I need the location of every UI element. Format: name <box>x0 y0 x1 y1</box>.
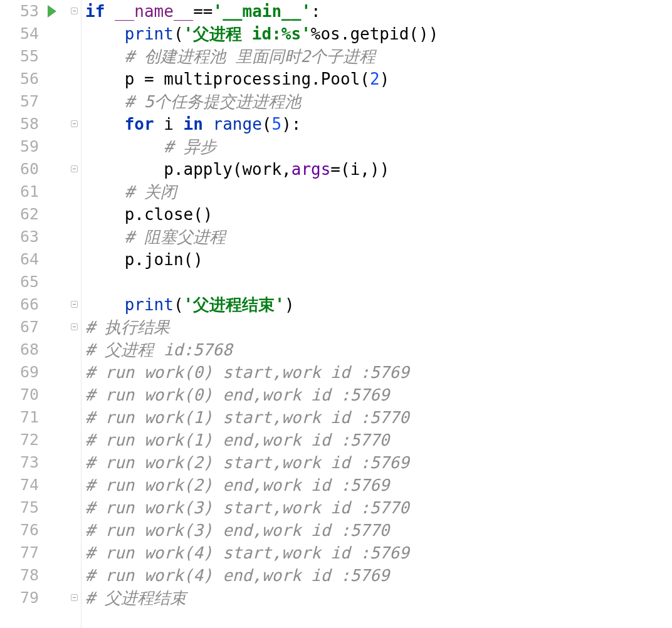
run-marker-slot <box>44 90 69 113</box>
line-number[interactable]: 62 <box>0 203 39 226</box>
code-line[interactable]: p.join() <box>85 248 672 271</box>
code-line[interactable]: # run work(1) start,work id :5770 <box>85 406 672 429</box>
indent <box>85 47 125 66</box>
line-number[interactable]: 75 <box>0 496 39 519</box>
line-number[interactable]: 67 <box>0 316 39 338</box>
line-number[interactable]: 56 <box>0 68 39 90</box>
code-line[interactable]: # 关闭 <box>85 181 672 203</box>
fold-slot <box>69 316 81 338</box>
run-marker-slot <box>44 248 69 271</box>
code-token: # 创建进程池 里面同时2个子进程 <box>125 47 376 66</box>
line-number[interactable]: 68 <box>0 338 39 361</box>
code-line[interactable]: # 执行结果 <box>85 316 672 338</box>
code-line[interactable] <box>85 271 672 293</box>
code-token: ) <box>285 295 295 314</box>
line-number[interactable]: 72 <box>0 429 39 451</box>
line-number[interactable]: 79 <box>0 587 39 609</box>
code-line[interactable]: print('父进程 id:%s'%os.getpid()) <box>85 23 672 45</box>
code-token: # 父进程 id:5768 <box>85 340 233 359</box>
run-marker-column[interactable] <box>44 0 69 628</box>
code-line[interactable]: p.close() <box>85 203 672 226</box>
line-number[interactable]: 65 <box>0 271 39 293</box>
code-token: ( <box>262 115 272 133</box>
code-line[interactable]: # run work(0) end,work id :5769 <box>85 384 672 406</box>
line-number[interactable]: 71 <box>0 406 39 429</box>
fold-column[interactable] <box>69 0 81 628</box>
code-line[interactable]: p = multiprocessing.Pool(2) <box>85 68 672 90</box>
code-token: # run work(3) end,work id :5770 <box>85 521 389 540</box>
run-marker-slot <box>44 203 69 226</box>
run-marker-slot <box>44 316 69 338</box>
code-token: =(i,)) <box>330 160 389 179</box>
fold-slot <box>69 0 81 23</box>
fold-toggle-icon[interactable] <box>71 323 78 330</box>
code-editor[interactable]: 5354555657585960616263646566676869707172… <box>0 0 672 628</box>
code-token: # 关闭 <box>125 182 177 201</box>
code-line[interactable]: # 父进程结束 <box>85 587 672 609</box>
code-token <box>105 2 115 21</box>
fold-end-icon[interactable] <box>71 165 78 172</box>
line-number[interactable]: 76 <box>0 519 39 542</box>
fold-slot <box>69 271 81 293</box>
line-number[interactable]: 69 <box>0 361 39 384</box>
code-line[interactable]: for i in range(5): <box>85 113 672 135</box>
run-marker-slot <box>44 45 69 68</box>
code-line[interactable]: print('父进程结束') <box>85 293 672 316</box>
code-line[interactable]: # 父进程 id:5768 <box>85 338 672 361</box>
code-line[interactable]: # run work(3) start,work id :5770 <box>85 496 672 519</box>
fold-end-icon[interactable] <box>71 301 78 308</box>
line-number-gutter[interactable]: 5354555657585960616263646566676869707172… <box>0 0 44 628</box>
code-line[interactable]: # run work(1) end,work id :5770 <box>85 429 672 451</box>
code-line[interactable]: # run work(4) end,work id :5769 <box>85 564 672 587</box>
line-number[interactable]: 55 <box>0 45 39 68</box>
code-token: ) <box>380 70 390 88</box>
fold-slot <box>69 226 81 248</box>
line-number[interactable]: 54 <box>0 23 39 45</box>
line-number[interactable]: 70 <box>0 384 39 406</box>
line-number[interactable]: 73 <box>0 451 39 474</box>
code-token: p.close() <box>125 205 213 224</box>
code-line[interactable]: # 创建进程池 里面同时2个子进程 <box>85 45 672 68</box>
code-token: # run work(4) end,work id :5769 <box>85 566 389 585</box>
code-area[interactable]: if __name__=='__main__': print('父进程 id:%… <box>81 0 672 628</box>
line-number[interactable]: 60 <box>0 158 39 181</box>
code-token: print <box>125 24 174 43</box>
line-number[interactable]: 63 <box>0 226 39 248</box>
fold-toggle-icon[interactable] <box>71 120 78 127</box>
code-line[interactable]: # run work(0) start,work id :5769 <box>85 361 672 384</box>
fold-end-icon[interactable] <box>71 594 78 601</box>
code-token: p.apply(work, <box>164 160 291 179</box>
line-number[interactable]: 74 <box>0 474 39 496</box>
code-line[interactable]: # run work(3) end,work id :5770 <box>85 519 672 542</box>
code-token: args <box>291 160 331 179</box>
line-number[interactable]: 59 <box>0 135 39 158</box>
fold-toggle-icon[interactable] <box>71 8 78 14</box>
code-line[interactable]: # 5个任务提交进进程池 <box>85 90 672 113</box>
code-line[interactable]: # 阻塞父进程 <box>85 226 672 248</box>
line-number[interactable]: 58 <box>0 113 39 135</box>
line-number[interactable]: 64 <box>0 248 39 271</box>
run-marker-slot <box>44 181 69 203</box>
indent <box>85 250 125 269</box>
code-token: print <box>125 295 174 314</box>
line-number[interactable]: 53 <box>0 0 39 23</box>
line-number[interactable]: 61 <box>0 181 39 203</box>
line-number[interactable]: 57 <box>0 90 39 113</box>
line-number[interactable]: 78 <box>0 564 39 587</box>
code-line[interactable]: p.apply(work,args=(i,)) <box>85 158 672 181</box>
code-line[interactable]: # run work(4) start,work id :5769 <box>85 542 672 564</box>
code-token: __name__ <box>115 2 193 21</box>
code-token: # 父进程结束 <box>85 589 186 607</box>
indent <box>85 205 125 224</box>
code-line[interactable]: # 异步 <box>85 135 672 158</box>
line-number[interactable]: 66 <box>0 293 39 316</box>
code-line[interactable]: if __name__=='__main__': <box>85 0 672 23</box>
run-icon[interactable] <box>48 5 56 18</box>
fold-slot <box>69 23 81 45</box>
code-line[interactable]: # run work(2) start,work id :5769 <box>85 451 672 474</box>
run-marker-slot <box>44 158 69 181</box>
line-number[interactable]: 77 <box>0 542 39 564</box>
code-line[interactable]: # run work(2) end,work id :5769 <box>85 474 672 496</box>
code-token: '父进程 id:%s' <box>184 24 311 43</box>
indent <box>85 70 125 88</box>
